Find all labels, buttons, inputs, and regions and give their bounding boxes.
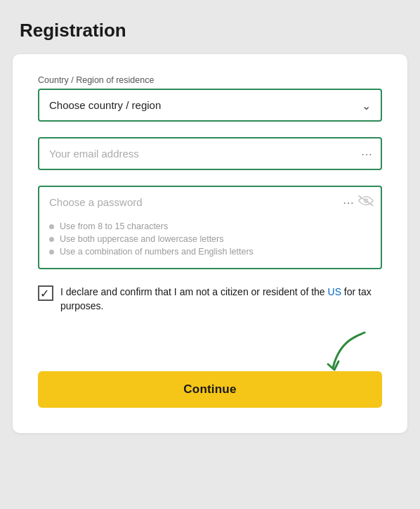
continue-button[interactable]: Continue xyxy=(38,371,382,408)
hint-item-2: Use both uppercase and lowercase letters xyxy=(49,234,371,244)
checkbox-wrapper: ✓ xyxy=(38,285,53,301)
tax-declaration-checkbox[interactable] xyxy=(38,285,53,301)
country-select-wrapper: Choose country / regionUnited StatesUnit… xyxy=(38,89,382,122)
hint-bullet-3 xyxy=(49,250,54,254)
hint-bullet-1 xyxy=(49,224,54,229)
email-field-group xyxy=(38,137,382,170)
dots-icon[interactable] xyxy=(361,147,372,160)
country-select[interactable]: Choose country / regionUnited StatesUnit… xyxy=(39,90,381,120)
country-label: Country / Region of residence xyxy=(38,75,382,85)
checkbox-row: ✓ I declare and confirm that I am not a … xyxy=(38,285,382,314)
email-input-wrapper xyxy=(38,137,382,170)
password-icons xyxy=(343,195,374,210)
hint-text-1: Use from 8 to 15 characters xyxy=(60,221,168,231)
password-field-group: Use from 8 to 15 characters Use both upp… xyxy=(38,186,382,269)
hint-text-2: Use both uppercase and lowercase letters xyxy=(60,234,223,244)
hint-item-3: Use a combination of numbers and English… xyxy=(49,247,371,257)
registration-card: Country / Region of residence Choose cou… xyxy=(13,54,407,433)
hint-item-1: Use from 8 to 15 characters xyxy=(49,221,371,231)
eye-slash-icon[interactable] xyxy=(358,195,374,210)
password-input[interactable] xyxy=(39,187,381,217)
page-title: Registration xyxy=(0,0,420,54)
password-dots-icon[interactable] xyxy=(343,195,354,209)
country-field-group: Country / Region of residence Choose cou… xyxy=(38,75,382,122)
password-wrapper: Use from 8 to 15 characters Use both upp… xyxy=(38,186,382,269)
email-input[interactable] xyxy=(39,138,381,169)
hint-bullet-2 xyxy=(49,237,54,242)
password-hints: Use from 8 to 15 characters Use both upp… xyxy=(39,217,381,257)
checkbox-label: I declare and confirm that I am not a ci… xyxy=(60,285,382,314)
password-input-row xyxy=(39,187,381,217)
hint-text-3: Use a combination of numbers and English… xyxy=(60,247,254,257)
